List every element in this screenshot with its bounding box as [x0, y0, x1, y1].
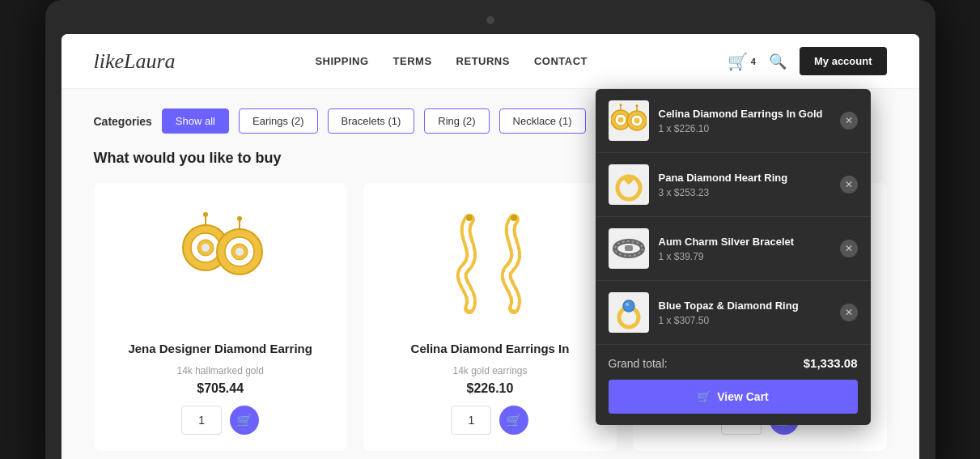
my-account-button[interactable]: My account [800, 47, 887, 75]
cart-item-img-2 [609, 164, 649, 205]
cat-earings[interactable]: Earings (2) [239, 108, 318, 134]
product-name-2: Celina Diamond Earrings In [411, 342, 570, 355]
add-to-cart-1[interactable]: 🛒 [230, 406, 259, 435]
view-cart-label: View Cart [717, 390, 769, 403]
svg-point-5 [203, 212, 208, 217]
logo: likeLaura [94, 49, 176, 74]
svg-point-34 [623, 300, 634, 312]
product-card-1: Jena Designer Diamond Earring 14k hallma… [94, 183, 347, 451]
product-price-1: $705.44 [197, 381, 244, 396]
cart-item-price-1: 1 x $226.10 [659, 123, 830, 134]
nav-contact[interactable]: CONTACT [534, 55, 588, 67]
svg-point-21 [617, 117, 623, 123]
cart-item-remove-4[interactable]: ✕ [840, 304, 858, 321]
cart-item-price-4: 1 x $307.50 [659, 315, 830, 326]
svg-point-28 [635, 104, 638, 107]
cart-item-remove-3[interactable]: ✕ [840, 240, 858, 257]
cat-necklace[interactable]: Necklace (1) [499, 108, 586, 134]
product-qty-1[interactable]: 1 [181, 406, 222, 435]
cart-item-info-3: Aum Charm Silver Bracelet 1 x $39.79 [659, 236, 830, 262]
cat-show-all[interactable]: Show all [162, 108, 229, 134]
svg-point-11 [237, 216, 242, 221]
cart-button[interactable]: 🛒 4 [728, 52, 756, 71]
product-card-2: Celina Diamond Earrings In 14k gold earr… [363, 183, 617, 451]
product-image-1 [155, 199, 285, 329]
categories-label: Categories [94, 115, 152, 128]
grand-total-row: Grand total: $1,333.08 [609, 356, 858, 370]
cart-icon: 🛒 [728, 52, 748, 71]
cat-ring[interactable]: Ring (2) [424, 108, 489, 134]
product-qty-2[interactable]: 1 [451, 406, 491, 435]
nav-terms[interactable]: TERMS [393, 55, 432, 67]
view-cart-icon: 🛒 [697, 390, 711, 403]
svg-point-35 [626, 303, 629, 306]
cart-count: 4 [751, 57, 756, 66]
view-cart-button[interactable]: 🛒 View Cart [609, 380, 858, 414]
main-content: Categories Show all Earings (2) Bracelet… [62, 89, 919, 459]
cart-item-img-3 [609, 228, 649, 269]
add-to-cart-2[interactable]: 🛒 [499, 406, 528, 435]
nav-returns[interactable]: RETURNS [456, 55, 510, 67]
cart-item-info-1: Celina Diamond Earrings In Gold 1 x $226… [659, 108, 830, 134]
product-name-1: Jena Designer Diamond Earring [128, 342, 312, 355]
product-actions-2: 1 🛒 [451, 406, 528, 435]
cart-item-img-1 [609, 100, 649, 141]
cart-item-name-1: Celina Diamond Earrings In Gold [659, 108, 830, 120]
cart-item-info-4: Blue Topaz & Diamond Ring 1 x $307.50 [659, 300, 830, 326]
cart-item-remove-2[interactable]: ✕ [840, 176, 858, 193]
product-actions-1: 1 🛒 [181, 406, 259, 435]
grand-total-value: $1,333.08 [804, 356, 858, 370]
cart-item-3: Aum Charm Silver Bracelet 1 x $39.79 ✕ [596, 217, 871, 281]
cart-item-name-3: Aum Charm Silver Bracelet [659, 236, 830, 248]
cat-bracelets[interactable]: Bracelets (1) [328, 108, 415, 134]
device-camera [486, 16, 494, 24]
cart-item-info-2: Pana Diamond Heart Ring 3 x $253.23 [659, 172, 830, 198]
cart-dropdown: Celina Diamond Earrings In Gold 1 x $226… [596, 89, 871, 425]
svg-point-13 [511, 215, 517, 221]
svg-point-23 [619, 104, 622, 106]
svg-point-26 [634, 118, 639, 124]
product-price-2: $226.10 [467, 381, 514, 396]
main-nav: SHIPPING TERMS RETURNS CONTACT [315, 55, 588, 67]
product-subtitle-1: 14k hallmarked gold [176, 365, 263, 376]
cart-item-4: Blue Topaz & Diamond Ring 1 x $307.50 ✕ [596, 281, 871, 345]
device-frame: likeLaura SHIPPING TERMS RETURNS CONTACT… [45, 0, 935, 459]
cart-item-1: Celina Diamond Earrings In Gold 1 x $226… [596, 89, 871, 153]
screen: likeLaura SHIPPING TERMS RETURNS CONTACT… [62, 34, 919, 459]
product-image-2 [425, 199, 554, 329]
search-icon[interactable]: 🔍 [769, 53, 787, 70]
svg-rect-32 [625, 245, 633, 251]
nav-shipping[interactable]: SHIPPING [315, 55, 368, 67]
cart-item-name-2: Pana Diamond Heart Ring [659, 172, 830, 184]
svg-point-9 [235, 248, 244, 256]
cart-item-img-4 [609, 292, 649, 333]
cart-item-2: Pana Diamond Heart Ring 3 x $253.23 ✕ [596, 153, 871, 217]
product-subtitle-2: 14k gold earrings [452, 365, 527, 376]
svg-point-3 [202, 244, 210, 252]
header: likeLaura SHIPPING TERMS RETURNS CONTACT… [62, 34, 919, 89]
svg-point-12 [466, 215, 473, 221]
cart-item-remove-1[interactable]: ✕ [840, 112, 858, 130]
cart-item-name-4: Blue Topaz & Diamond Ring [659, 300, 830, 312]
cart-item-price-3: 1 x $39.79 [659, 251, 830, 262]
cart-footer: Grand total: $1,333.08 🛒 View Cart [596, 345, 871, 425]
grand-total-label: Grand total: [609, 357, 668, 370]
nav-icons: 🛒 4 🔍 My account [728, 47, 887, 75]
cart-item-price-2: 3 x $253.23 [659, 187, 830, 198]
